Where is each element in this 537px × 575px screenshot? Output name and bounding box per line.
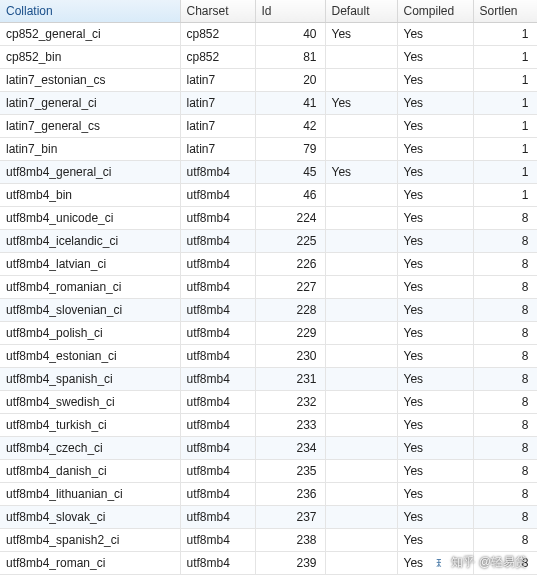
table-row[interactable]: utf8mb4_turkish_ciutf8mb4233Yes8 [0,414,537,437]
table-row[interactable]: latin7_general_cslatin742Yes1 [0,115,537,138]
cell-default [325,46,397,69]
cell-sortlen: 8 [473,460,537,483]
cell-default [325,138,397,161]
cell-sortlen: 8 [473,253,537,276]
cell-collation: utf8mb4_slovenian_ci [0,299,180,322]
cell-default [325,299,397,322]
table-row[interactable]: utf8mb4_danish_ciutf8mb4235Yes8 [0,460,537,483]
cell-sortlen: 1 [473,23,537,46]
cell-charset: utf8mb4 [180,368,255,391]
cell-sortlen: 8 [473,345,537,368]
cell-default: Yes [325,161,397,184]
cell-collation: utf8mb4_polish_ci [0,322,180,345]
cell-id: 230 [255,345,325,368]
table-row[interactable]: utf8mb4_icelandic_ciutf8mb4225Yes8 [0,230,537,253]
table-row[interactable]: latin7_estonian_cslatin720Yes1 [0,69,537,92]
cell-sortlen: 8 [473,299,537,322]
cell-id: 236 [255,483,325,506]
cell-compiled: Yes [397,414,473,437]
table-row[interactable]: latin7_binlatin779Yes1 [0,138,537,161]
cell-charset: utf8mb4 [180,276,255,299]
cell-sortlen: 8 [473,322,537,345]
table-row[interactable]: utf8mb4_czech_ciutf8mb4234Yes8 [0,437,537,460]
cell-charset: utf8mb4 [180,253,255,276]
cell-compiled: Yes [397,46,473,69]
cell-collation: latin7_estonian_cs [0,69,180,92]
cell-collation: utf8mb4_bin [0,184,180,207]
cell-collation: utf8mb4_danish_ci [0,460,180,483]
cell-sortlen: 8 [473,368,537,391]
cell-compiled: Yes [397,437,473,460]
column-header-collation[interactable]: Collation [0,0,180,23]
cell-charset: utf8mb4 [180,437,255,460]
collation-table[interactable]: Collation Charset Id Default Compiled So… [0,0,537,575]
cell-compiled: Yes [397,23,473,46]
cell-sortlen: 8 [473,552,537,575]
table-row[interactable]: cp852_bincp85281Yes1 [0,46,537,69]
cell-charset: cp852 [180,23,255,46]
cell-sortlen: 8 [473,230,537,253]
column-header-id[interactable]: Id [255,0,325,23]
table-row[interactable]: utf8mb4_spanish2_ciutf8mb4238Yes8 [0,529,537,552]
cell-default: Yes [325,92,397,115]
cell-compiled: Yes [397,552,473,575]
cell-default [325,460,397,483]
cell-sortlen: 1 [473,69,537,92]
table-row[interactable]: utf8mb4_slovenian_ciutf8mb4228Yes8 [0,299,537,322]
table-row[interactable]: cp852_general_cicp85240YesYes1 [0,23,537,46]
table-row[interactable]: utf8mb4_polish_ciutf8mb4229Yes8 [0,322,537,345]
table-row[interactable]: utf8mb4_slovak_ciutf8mb4237Yes8 [0,506,537,529]
cell-sortlen: 1 [473,46,537,69]
cell-charset: utf8mb4 [180,299,255,322]
cell-charset: utf8mb4 [180,460,255,483]
cell-id: 234 [255,437,325,460]
cell-collation: utf8mb4_latvian_ci [0,253,180,276]
column-header-default[interactable]: Default [325,0,397,23]
column-header-compiled[interactable]: Compiled [397,0,473,23]
cell-id: 40 [255,23,325,46]
cell-compiled: Yes [397,483,473,506]
cell-charset: utf8mb4 [180,506,255,529]
cell-compiled: Yes [397,368,473,391]
cell-id: 228 [255,299,325,322]
cell-collation: latin7_general_cs [0,115,180,138]
cell-default [325,322,397,345]
table-row[interactable]: utf8mb4_binutf8mb446Yes1 [0,184,537,207]
table-row[interactable]: utf8mb4_estonian_ciutf8mb4230Yes8 [0,345,537,368]
cell-compiled: Yes [397,230,473,253]
cell-compiled: Yes [397,345,473,368]
table-row[interactable]: latin7_general_cilatin741YesYes1 [0,92,537,115]
cell-compiled: Yes [397,529,473,552]
cell-sortlen: 8 [473,391,537,414]
table-row[interactable]: utf8mb4_romanian_ciutf8mb4227Yes8 [0,276,537,299]
cell-charset: utf8mb4 [180,184,255,207]
cell-sortlen: 8 [473,529,537,552]
cell-collation: utf8mb4_lithuanian_ci [0,483,180,506]
table-row[interactable]: utf8mb4_lithuanian_ciutf8mb4236Yes8 [0,483,537,506]
cell-default [325,529,397,552]
cell-compiled: Yes [397,161,473,184]
cell-id: 238 [255,529,325,552]
table-row[interactable]: utf8mb4_unicode_ciutf8mb4224Yes8 [0,207,537,230]
cell-default [325,276,397,299]
cell-sortlen: 1 [473,161,537,184]
cell-charset: latin7 [180,138,255,161]
table-row[interactable]: utf8mb4_swedish_ciutf8mb4232Yes8 [0,391,537,414]
table-row[interactable]: utf8mb4_latvian_ciutf8mb4226Yes8 [0,253,537,276]
table-row[interactable]: utf8mb4_roman_ciutf8mb4239Yes8 [0,552,537,575]
cell-charset: utf8mb4 [180,552,255,575]
column-header-charset[interactable]: Charset [180,0,255,23]
cell-sortlen: 1 [473,115,537,138]
cell-compiled: Yes [397,391,473,414]
table-row[interactable]: utf8mb4_spanish_ciutf8mb4231Yes8 [0,368,537,391]
cell-charset: utf8mb4 [180,207,255,230]
column-header-sortlen[interactable]: Sortlen [473,0,537,23]
cell-default [325,506,397,529]
cell-default [325,414,397,437]
cell-default [325,483,397,506]
cell-charset: latin7 [180,92,255,115]
cell-default [325,437,397,460]
cell-charset: utf8mb4 [180,230,255,253]
table-row[interactable]: utf8mb4_general_ciutf8mb445YesYes1 [0,161,537,184]
cell-charset: cp852 [180,46,255,69]
